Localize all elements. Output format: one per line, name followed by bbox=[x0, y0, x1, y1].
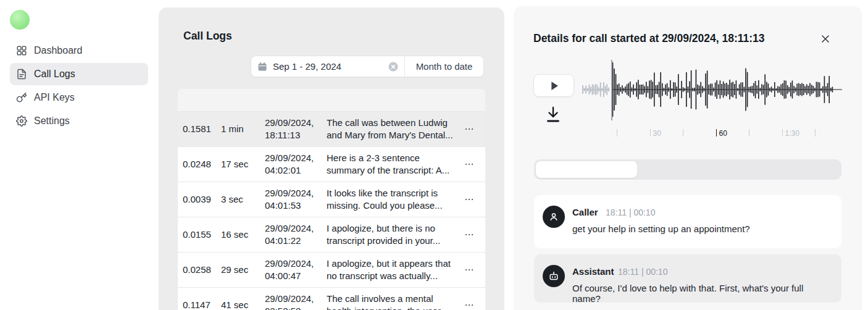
calendar-icon bbox=[257, 62, 267, 72]
transcript-message: Assistant 18:11 | 00:10 Of course, I'd l… bbox=[534, 254, 841, 303]
table-row[interactable]: 0.0258 29 sec 29/09/2024, 04:00:47 I apo… bbox=[178, 252, 485, 287]
speaker-avatar bbox=[543, 265, 565, 287]
cell-cost: 0.1581 bbox=[183, 123, 221, 135]
sidebar-item-api-keys[interactable]: API Keys bbox=[10, 86, 148, 109]
close-icon bbox=[820, 33, 831, 44]
timeline-tick: 30 bbox=[650, 128, 683, 137]
more-horizontal-icon bbox=[465, 304, 467, 306]
date-range-picker[interactable]: Sep 1 - 29, 2024 bbox=[251, 56, 405, 77]
cell-start-time: 29/09/2024, 04:01:22 bbox=[265, 222, 327, 247]
message-text: get your help in setting up an appointme… bbox=[572, 224, 832, 234]
call-logs-icon bbox=[16, 69, 27, 80]
cell-cost: 0.0039 bbox=[183, 193, 221, 206]
row-menu-button[interactable] bbox=[461, 262, 478, 277]
sidebar-item-dashboard[interactable]: Dashboard bbox=[10, 40, 148, 62]
cell-cost: 0.1147 bbox=[183, 299, 221, 310]
cell-start-time: 29/09/2024, 03:58:58 bbox=[265, 293, 327, 310]
cell-summary: I apologize, but it appears that no tran… bbox=[327, 258, 461, 282]
clear-circle-icon bbox=[388, 62, 398, 72]
person-icon bbox=[548, 211, 560, 223]
sidebar-item-label: Dashboard bbox=[34, 45, 82, 56]
month-to-date-button[interactable]: Month to date bbox=[405, 56, 483, 77]
cell-start-time: 29/09/2024, 18:11:13 bbox=[265, 117, 327, 141]
tab-transcript[interactable] bbox=[536, 161, 637, 178]
more-horizontal-icon bbox=[465, 128, 467, 130]
transcript-message: Caller 18:11 | 00:10 get your help in se… bbox=[534, 195, 841, 248]
timeline-tick bbox=[617, 128, 650, 137]
sidebar: Dashboard Call Logs API Keys Settings bbox=[0, 0, 158, 310]
key-icon bbox=[16, 92, 27, 103]
avatar[interactable] bbox=[10, 10, 30, 30]
more-horizontal-icon bbox=[465, 164, 467, 165]
table-row[interactable]: 0.0248 17 sec 29/09/2024, 04:02:01 Here … bbox=[178, 146, 485, 182]
timeline-tick bbox=[683, 128, 716, 137]
cell-duration: 3 sec bbox=[221, 193, 265, 206]
download-icon bbox=[545, 106, 561, 124]
call-details-panel: Details for call started at 29/09/2024, … bbox=[514, 6, 862, 310]
cell-duration: 1 min bbox=[221, 123, 265, 135]
message-timestamp: 18:11 | 00:10 bbox=[606, 207, 655, 217]
tab-analysis[interactable] bbox=[637, 161, 738, 178]
call-logs-table: 0.1581 1 min 29/09/2024, 18:11:13 The ca… bbox=[178, 89, 485, 310]
dashboard-icon bbox=[16, 45, 27, 56]
more-horizontal-icon bbox=[465, 199, 467, 201]
download-button[interactable] bbox=[545, 105, 562, 125]
cell-duration: 29 sec bbox=[221, 264, 265, 276]
cell-cost: 0.0248 bbox=[183, 158, 221, 170]
sidebar-item-label: Call Logs bbox=[34, 69, 75, 80]
cell-start-time: 29/09/2024, 04:01:53 bbox=[265, 187, 327, 212]
cell-cost: 0.0258 bbox=[183, 264, 221, 276]
details-tabs bbox=[534, 159, 841, 180]
call-logs-panel: Call Logs Sep 1 - 29, 2024 Month to date… bbox=[159, 7, 504, 310]
row-menu-button[interactable] bbox=[461, 227, 478, 242]
table-header bbox=[178, 89, 485, 111]
tab-call-cost[interactable] bbox=[738, 161, 840, 178]
row-menu-button[interactable] bbox=[461, 122, 478, 136]
sidebar-item-label: Settings bbox=[34, 115, 70, 127]
cell-duration: 41 sec bbox=[221, 299, 265, 310]
speaker-name: Assistant bbox=[572, 266, 614, 277]
row-menu-button[interactable] bbox=[461, 157, 478, 172]
sidebar-item-label: API Keys bbox=[34, 92, 75, 103]
cell-start-time: 29/09/2024, 04:00:47 bbox=[265, 258, 327, 282]
cell-summary: It looks like the transcript is missing.… bbox=[327, 187, 461, 212]
gear-icon bbox=[16, 115, 27, 127]
close-button[interactable] bbox=[819, 32, 832, 46]
tick-label: 30 bbox=[653, 129, 661, 138]
timeline-tick bbox=[815, 128, 848, 137]
details-title: Details for call started at 29/09/2024, … bbox=[533, 32, 765, 45]
table-row[interactable]: 0.0039 3 sec 29/09/2024, 04:01:53 It loo… bbox=[178, 182, 485, 217]
sidebar-item-settings[interactable]: Settings bbox=[10, 110, 148, 132]
cell-summary: The call was between Ludwig and Mary fro… bbox=[327, 117, 461, 141]
cell-duration: 16 sec bbox=[221, 228, 265, 241]
play-icon bbox=[547, 79, 561, 93]
speaker-avatar bbox=[543, 206, 565, 228]
date-range-value: Sep 1 - 29, 2024 bbox=[273, 61, 383, 72]
tick-label: 60 bbox=[719, 129, 727, 138]
timeline-tick: 60 bbox=[716, 128, 749, 137]
playhead-cursor[interactable] bbox=[611, 60, 612, 120]
waveform-timeline: 30 60 1:30 bbox=[617, 128, 848, 137]
cell-summary: I apologize, but there is no transcript … bbox=[327, 222, 461, 247]
more-horizontal-icon bbox=[465, 234, 467, 236]
robot-icon bbox=[548, 270, 560, 282]
message-text: Of course, I'd love to help with that. F… bbox=[572, 283, 832, 304]
table-row[interactable]: 0.1581 1 min 29/09/2024, 18:11:13 The ca… bbox=[178, 111, 485, 146]
row-menu-button[interactable] bbox=[461, 298, 478, 310]
clear-date-filter-button[interactable] bbox=[388, 62, 398, 72]
table-row[interactable]: 0.1147 41 sec 29/09/2024, 03:58:58 The c… bbox=[178, 287, 485, 310]
audio-waveform[interactable] bbox=[582, 59, 843, 120]
date-filter-bar: Sep 1 - 29, 2024 Month to date bbox=[251, 56, 484, 77]
cell-summary: Here is a 2-3 sentence summary of the tr… bbox=[327, 152, 461, 177]
tick-label: 1:30 bbox=[785, 129, 799, 138]
row-menu-button[interactable] bbox=[461, 192, 478, 207]
cell-duration: 17 sec bbox=[221, 158, 265, 170]
cell-cost: 0.0155 bbox=[183, 228, 221, 241]
message-timestamp: 18:11 | 00:10 bbox=[618, 267, 667, 277]
cell-start-time: 29/09/2024, 04:02:01 bbox=[265, 152, 327, 177]
sidebar-item-call-logs[interactable]: Call Logs bbox=[10, 63, 148, 85]
play-button[interactable] bbox=[533, 74, 574, 97]
timeline-tick: 1:30 bbox=[782, 128, 816, 137]
sidebar-nav: Dashboard Call Logs API Keys Settings bbox=[0, 38, 158, 133]
table-row[interactable]: 0.0155 16 sec 29/09/2024, 04:01:22 I apo… bbox=[178, 217, 485, 252]
